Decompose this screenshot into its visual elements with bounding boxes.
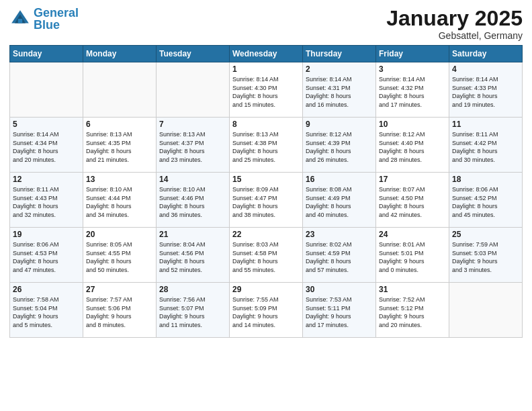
day-info: Sunrise: 8:05 AM Sunset: 4:55 PM Dayligh… [86, 240, 153, 274]
calendar-day-cell: 9Sunrise: 8:12 AM Sunset: 4:39 PM Daylig… [303, 118, 376, 173]
day-info: Sunrise: 8:13 AM Sunset: 4:35 PM Dayligh… [86, 130, 153, 164]
day-number: 9 [306, 120, 373, 129]
day-number: 12 [13, 175, 80, 184]
calendar-day-cell: 13Sunrise: 8:10 AM Sunset: 4:44 PM Dayli… [83, 173, 157, 228]
calendar-day-cell: 12Sunrise: 8:11 AM Sunset: 4:43 PM Dayli… [10, 173, 83, 228]
day-number: 24 [379, 230, 446, 239]
calendar-week-row: 1Sunrise: 8:14 AM Sunset: 4:30 PM Daylig… [10, 62, 523, 118]
day-info: Sunrise: 8:14 AM Sunset: 4:30 PM Dayligh… [232, 75, 300, 109]
day-number: 26 [13, 285, 80, 294]
calendar-day-header: Sunday [10, 46, 83, 62]
day-info: Sunrise: 7:53 AM Sunset: 5:11 PM Dayligh… [306, 295, 373, 329]
calendar-table: SundayMondayTuesdayWednesdayThursdayFrid… [9, 45, 523, 338]
logo-icon [9, 8, 31, 30]
calendar-week-row: 26Sunrise: 7:58 AM Sunset: 5:04 PM Dayli… [10, 283, 523, 338]
calendar-day-cell: 15Sunrise: 8:09 AM Sunset: 4:47 PM Dayli… [230, 173, 303, 228]
logo-blue: Blue [34, 18, 60, 32]
calendar-day-cell: 28Sunrise: 7:56 AM Sunset: 5:07 PM Dayli… [157, 283, 230, 338]
day-number: 5 [13, 120, 80, 129]
logo: General Blue [9, 7, 79, 31]
day-number: 22 [232, 230, 300, 239]
calendar-day-cell: 29Sunrise: 7:55 AM Sunset: 5:09 PM Dayli… [230, 283, 303, 338]
calendar-day-cell: 17Sunrise: 8:07 AM Sunset: 4:50 PM Dayli… [376, 173, 449, 228]
day-number: 14 [159, 175, 226, 184]
day-info: Sunrise: 8:14 AM Sunset: 4:32 PM Dayligh… [379, 75, 446, 109]
day-number: 16 [306, 175, 373, 184]
day-info: Sunrise: 7:56 AM Sunset: 5:07 PM Dayligh… [159, 295, 226, 329]
day-number: 11 [452, 120, 519, 129]
calendar-header-row: SundayMondayTuesdayWednesdayThursdayFrid… [10, 46, 523, 62]
day-number: 13 [86, 175, 153, 184]
svg-rect-2 [18, 19, 22, 23]
calendar-week-row: 12Sunrise: 8:11 AM Sunset: 4:43 PM Dayli… [10, 173, 523, 228]
logo-general: General [34, 6, 79, 19]
calendar-week-row: 5Sunrise: 8:14 AM Sunset: 4:34 PM Daylig… [10, 118, 523, 173]
day-info: Sunrise: 8:11 AM Sunset: 4:43 PM Dayligh… [13, 185, 80, 219]
day-number: 6 [86, 120, 153, 129]
calendar-day-header: Wednesday [230, 46, 303, 62]
logo-text: General Blue [34, 7, 79, 31]
location: Gebsattel, Germany [386, 30, 523, 41]
calendar-day-cell: 5Sunrise: 8:14 AM Sunset: 4:34 PM Daylig… [10, 118, 83, 173]
calendar-week-row: 19Sunrise: 8:06 AM Sunset: 4:53 PM Dayli… [10, 228, 523, 283]
calendar-day-header: Friday [376, 46, 449, 62]
day-info: Sunrise: 8:11 AM Sunset: 4:42 PM Dayligh… [452, 130, 519, 164]
calendar-day-cell: 4Sunrise: 8:14 AM Sunset: 4:33 PM Daylig… [449, 62, 523, 118]
day-number: 29 [232, 285, 300, 294]
calendar-day-cell: 8Sunrise: 8:13 AM Sunset: 4:38 PM Daylig… [230, 118, 303, 173]
calendar-day-cell: 23Sunrise: 8:02 AM Sunset: 4:59 PM Dayli… [303, 228, 376, 283]
day-info: Sunrise: 8:10 AM Sunset: 4:44 PM Dayligh… [86, 185, 153, 219]
day-info: Sunrise: 8:13 AM Sunset: 4:38 PM Dayligh… [232, 130, 300, 164]
day-number: 20 [86, 230, 153, 239]
calendar-day-cell: 7Sunrise: 8:13 AM Sunset: 4:37 PM Daylig… [157, 118, 230, 173]
day-number: 23 [306, 230, 373, 239]
page-header: General Blue January 2025 Gebsattel, Ger… [9, 7, 523, 41]
calendar-day-cell: 26Sunrise: 7:58 AM Sunset: 5:04 PM Dayli… [10, 283, 83, 338]
day-number: 31 [379, 285, 446, 294]
day-info: Sunrise: 8:06 AM Sunset: 4:53 PM Dayligh… [13, 240, 80, 274]
day-number: 27 [86, 285, 153, 294]
day-info: Sunrise: 8:13 AM Sunset: 4:37 PM Dayligh… [159, 130, 226, 164]
month-title: January 2025 [386, 7, 523, 30]
day-info: Sunrise: 8:04 AM Sunset: 4:56 PM Dayligh… [159, 240, 226, 274]
day-info: Sunrise: 7:58 AM Sunset: 5:04 PM Dayligh… [13, 295, 80, 329]
calendar-day-cell: 19Sunrise: 8:06 AM Sunset: 4:53 PM Dayli… [10, 228, 83, 283]
calendar-day-cell: 24Sunrise: 8:01 AM Sunset: 5:01 PM Dayli… [376, 228, 449, 283]
day-number: 21 [159, 230, 226, 239]
calendar-day-cell: 14Sunrise: 8:10 AM Sunset: 4:46 PM Dayli… [157, 173, 230, 228]
calendar-day-cell: 20Sunrise: 8:05 AM Sunset: 4:55 PM Dayli… [83, 228, 157, 283]
calendar-day-cell: 22Sunrise: 8:03 AM Sunset: 4:58 PM Dayli… [230, 228, 303, 283]
calendar-day-header: Thursday [303, 46, 376, 62]
day-number: 8 [232, 120, 300, 129]
calendar-day-cell: 27Sunrise: 7:57 AM Sunset: 5:06 PM Dayli… [83, 283, 157, 338]
day-info: Sunrise: 8:06 AM Sunset: 4:52 PM Dayligh… [452, 185, 519, 219]
day-info: Sunrise: 8:08 AM Sunset: 4:49 PM Dayligh… [306, 185, 373, 219]
day-number: 28 [159, 285, 226, 294]
day-info: Sunrise: 8:10 AM Sunset: 4:46 PM Dayligh… [159, 185, 226, 219]
day-number: 3 [379, 64, 446, 74]
day-info: Sunrise: 8:01 AM Sunset: 5:01 PM Dayligh… [379, 240, 446, 274]
day-number: 7 [159, 120, 226, 129]
day-number: 17 [379, 175, 446, 184]
calendar-day-cell: 6Sunrise: 8:13 AM Sunset: 4:35 PM Daylig… [83, 118, 157, 173]
calendar-day-cell: 18Sunrise: 8:06 AM Sunset: 4:52 PM Dayli… [449, 173, 523, 228]
day-number: 10 [379, 120, 446, 129]
day-info: Sunrise: 7:59 AM Sunset: 5:03 PM Dayligh… [452, 240, 519, 274]
calendar-day-cell: 16Sunrise: 8:08 AM Sunset: 4:49 PM Dayli… [303, 173, 376, 228]
calendar-day-header: Saturday [449, 46, 523, 62]
calendar-day-cell: 11Sunrise: 8:11 AM Sunset: 4:42 PM Dayli… [449, 118, 523, 173]
calendar-day-cell: 25Sunrise: 7:59 AM Sunset: 5:03 PM Dayli… [449, 228, 523, 283]
page-container: General Blue January 2025 Gebsattel, Ger… [0, 0, 532, 411]
day-info: Sunrise: 8:12 AM Sunset: 4:39 PM Dayligh… [306, 130, 373, 164]
day-info: Sunrise: 8:09 AM Sunset: 4:47 PM Dayligh… [232, 185, 300, 219]
day-info: Sunrise: 8:07 AM Sunset: 4:50 PM Dayligh… [379, 185, 446, 219]
day-info: Sunrise: 7:57 AM Sunset: 5:06 PM Dayligh… [86, 295, 153, 329]
day-number: 18 [452, 175, 519, 184]
day-number: 2 [306, 64, 373, 74]
calendar-day-cell [10, 62, 83, 118]
day-info: Sunrise: 8:14 AM Sunset: 4:31 PM Dayligh… [306, 75, 373, 109]
calendar-day-cell: 3Sunrise: 8:14 AM Sunset: 4:32 PM Daylig… [376, 62, 449, 118]
day-info: Sunrise: 8:12 AM Sunset: 4:40 PM Dayligh… [379, 130, 446, 164]
day-number: 4 [452, 64, 519, 74]
calendar-day-cell [449, 283, 523, 338]
